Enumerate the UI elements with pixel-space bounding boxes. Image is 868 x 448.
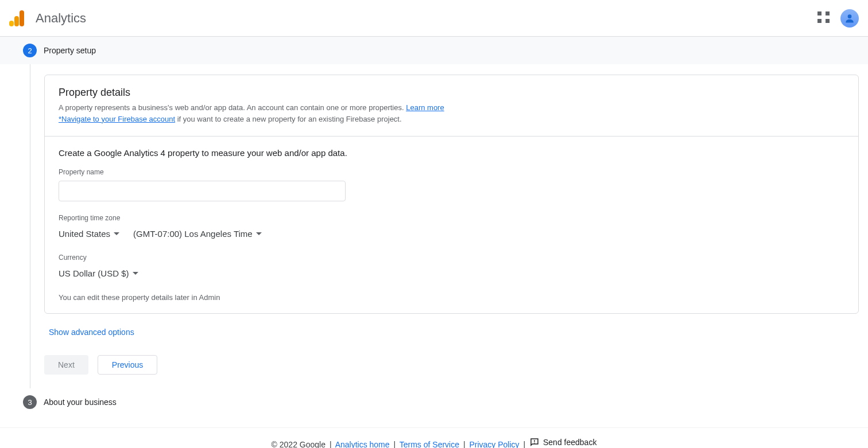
feedback-icon [529, 437, 540, 447]
apps-grid-icon[interactable] [817, 11, 831, 25]
show-advanced-link[interactable]: Show advanced options [49, 328, 134, 337]
terms-link[interactable]: Terms of Service [400, 440, 459, 448]
privacy-link[interactable]: Privacy Policy [469, 440, 519, 448]
property-card: Property details A property represents a… [44, 75, 859, 314]
currency-label: Currency [59, 254, 844, 262]
step-2-body: Property details A property represents a… [30, 64, 859, 388]
analytics-home-link[interactable]: Analytics home [335, 440, 390, 448]
app-header: Analytics [0, 0, 868, 37]
app-title: Analytics [36, 11, 86, 26]
desc-text-1: A property represents a business's web a… [59, 103, 406, 112]
timezone-label: Reporting time zone [59, 214, 844, 222]
step-3-header: 3 About your business [0, 388, 868, 416]
step-2-header: 2 Property setup [0, 37, 868, 64]
analytics-logo-icon [9, 10, 24, 26]
feedback-label: Send feedback [543, 438, 596, 447]
country-value: United States [59, 229, 110, 239]
previous-button[interactable]: Previous [98, 355, 157, 375]
country-dropdown[interactable]: United States [59, 227, 119, 241]
svg-point-0 [848, 14, 852, 18]
currency-value: US Dollar (USD $) [59, 268, 129, 278]
step-2-badge: 2 [23, 44, 37, 57]
copyright-text: © 2022 Google [272, 440, 326, 448]
chevron-down-icon [256, 232, 262, 235]
header-right [817, 9, 859, 28]
next-button[interactable]: Next [44, 355, 88, 375]
admin-hint: You can edit these property details late… [59, 293, 844, 302]
step-3-badge: 3 [23, 395, 37, 409]
svg-point-2 [534, 442, 535, 443]
property-name-label: Property name [59, 168, 844, 176]
person-icon [844, 13, 855, 24]
footer: © 2022 Google | Analytics home | Terms o… [0, 427, 868, 448]
currency-dropdown[interactable]: US Dollar (USD $) [59, 266, 138, 281]
property-name-group: Property name [59, 168, 844, 201]
property-details-desc: A property represents a business's web a… [59, 102, 844, 124]
timezone-group: Reporting time zone United States (GMT-0… [59, 214, 844, 241]
timezone-dropdown[interactable]: (GMT-07:00) Los Angeles Time [133, 227, 262, 241]
property-form-section: Create a Google Analytics 4 property to … [45, 136, 858, 313]
currency-group: Currency US Dollar (USD $) [59, 254, 844, 281]
step-3-title: About your business [44, 398, 117, 407]
step-2-title: Property setup [44, 46, 96, 55]
chevron-down-icon [133, 272, 138, 275]
property-details-section: Property details A property represents a… [45, 75, 858, 136]
chevron-down-icon [114, 232, 119, 235]
button-row: Next Previous [44, 355, 859, 375]
firebase-link[interactable]: *Navigate to your Firebase account [59, 115, 175, 123]
learn-more-link[interactable]: Learn more [406, 103, 444, 112]
user-avatar[interactable] [840, 9, 859, 28]
header-left: Analytics [9, 10, 86, 26]
property-name-input[interactable] [59, 181, 346, 201]
property-details-title: Property details [59, 87, 844, 99]
form-heading: Create a Google Analytics 4 property to … [59, 148, 844, 158]
send-feedback-button[interactable]: Send feedback [529, 437, 596, 447]
timezone-value: (GMT-07:00) Los Angeles Time [133, 229, 253, 239]
desc-text-2: if you want to create a new property for… [175, 115, 402, 123]
